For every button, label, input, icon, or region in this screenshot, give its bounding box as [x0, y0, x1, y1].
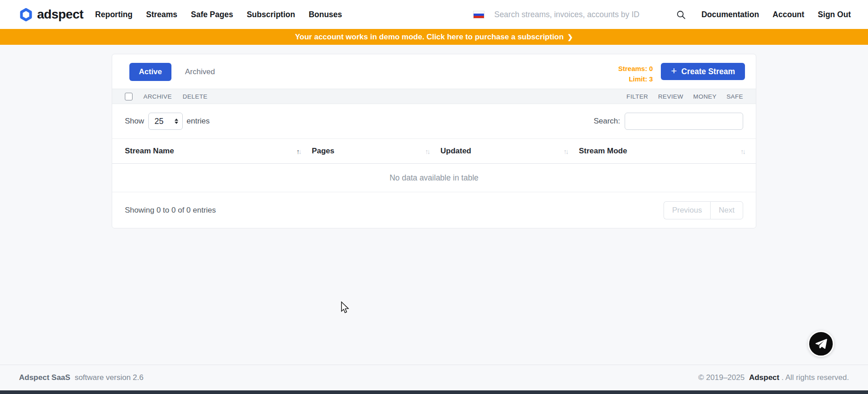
table-search-input[interactable] — [625, 113, 743, 130]
nav-reporting[interactable]: Reporting — [95, 10, 133, 19]
column-updated-label: Updated — [441, 147, 471, 156]
bottom-dark-bar — [0, 390, 868, 394]
quota-limit: Limit: 3 — [618, 74, 653, 85]
flag-stripe-red — [474, 16, 484, 18]
demo-banner-text: Your account works in demo mode. Click h… — [295, 33, 564, 42]
select-spinner-icon — [175, 119, 178, 124]
plus-icon: + — [671, 66, 677, 76]
column-pages-label: Pages — [312, 147, 334, 156]
main-nav: Reporting Streams Safe Pages Subscriptio… — [95, 10, 342, 19]
column-stream-mode-label: Stream Mode — [579, 147, 627, 156]
copyright-brand: Adspect — [749, 373, 779, 382]
footer-version: Adspect SaaS software version 2.6 — [19, 373, 143, 382]
demo-mode-banner[interactable]: Your account works in demo mode. Click h… — [0, 29, 868, 45]
create-stream-button[interactable]: + Create Stream — [661, 63, 745, 80]
pagination: Previous Next — [664, 201, 743, 219]
previous-page-button[interactable]: Previous — [664, 201, 710, 219]
nav-subscription[interactable]: Subscription — [247, 10, 295, 19]
table-controls-row: Show 25 entries Search: — [112, 104, 756, 138]
column-pages[interactable]: Pages ↑↓ — [312, 139, 441, 164]
footer-product-name: Adspect SaaS — [19, 373, 70, 382]
bulk-actions-left: ARCHIVE DELETE — [125, 93, 208, 100]
page: adspect Reporting Streams Safe Pages Sub… — [0, 0, 868, 394]
account-nav: Documentation Account Sign Out — [702, 10, 851, 19]
main-content: Active Archived Streams: 0 Limit: 3 + Cr… — [0, 45, 868, 365]
adspect-logo[interactable]: adspect — [19, 7, 83, 22]
nav-safe-pages[interactable]: Safe Pages — [191, 10, 233, 19]
search-button[interactable] — [676, 9, 686, 20]
sort-icon: ↑↓ — [740, 147, 746, 155]
streams-card: Active Archived Streams: 0 Limit: 3 + Cr… — [112, 54, 756, 228]
streams-table: Stream Name ↑↓ Pages ↑↓ — [112, 138, 756, 192]
chevron-right-icon: ❯ — [567, 33, 573, 41]
entries-info: Showing 0 to 0 of 0 entries — [125, 206, 216, 215]
global-search-input[interactable] — [494, 10, 655, 19]
toggle-safe[interactable]: SAFE — [726, 93, 743, 100]
footer-version-text: software version 2.6 — [75, 373, 143, 382]
nav-streams[interactable]: Streams — [146, 10, 177, 19]
select-all-checkbox[interactable] — [125, 93, 133, 100]
streams-card-header: Active Archived Streams: 0 Limit: 3 + Cr… — [112, 54, 756, 89]
empty-row: No data available in table — [112, 164, 756, 192]
length-entries-label: entries — [187, 117, 210, 126]
nav-bonuses[interactable]: Bonuses — [308, 10, 342, 19]
tab-active[interactable]: Active — [129, 63, 171, 81]
sort-icon: ↑↓ — [296, 147, 302, 155]
empty-table-message: No data available in table — [112, 164, 756, 192]
create-stream-label: Create Stream — [681, 67, 735, 76]
quota-streams-count: Streams: 0 — [618, 64, 653, 74]
language-flag-russian[interactable] — [473, 11, 484, 19]
footer-copyright: © 2019–2025 Adspect . All rights reserve… — [698, 373, 849, 382]
logo-wordmark: adspect — [37, 7, 83, 22]
length-show-label: Show — [125, 117, 144, 126]
sort-icon: ↑↓ — [564, 147, 569, 155]
table-footer: Showing 0 to 0 of 0 entries Previous Nex… — [112, 192, 756, 228]
column-updated[interactable]: Updated ↑↓ — [441, 139, 579, 164]
copyright-years: © 2019–2025 — [698, 373, 745, 382]
search-icon — [676, 9, 686, 20]
top-navigation-bar: adspect Reporting Streams Safe Pages Sub… — [0, 0, 868, 29]
nav-documentation[interactable]: Documentation — [702, 10, 759, 19]
toggle-review[interactable]: REVIEW — [658, 93, 683, 100]
sort-icon: ↑↓ — [425, 147, 431, 155]
page-length-select[interactable]: 25 — [148, 113, 183, 130]
telegram-chat-button[interactable] — [808, 331, 834, 357]
page-footer: Adspect SaaS software version 2.6 © 2019… — [0, 365, 868, 390]
streams-table-body: No data available in table — [112, 164, 756, 192]
streams-table-head: Stream Name ↑↓ Pages ↑↓ — [112, 139, 756, 164]
table-search-label: Search: — [593, 117, 620, 126]
column-toggles: FILTER REVIEW MONEY SAFE — [626, 93, 743, 100]
column-stream-name[interactable]: Stream Name ↑↓ — [112, 139, 312, 164]
delete-action[interactable]: DELETE — [183, 93, 208, 100]
next-page-button[interactable]: Next — [710, 201, 743, 219]
column-stream-mode[interactable]: Stream Mode ↑↓ — [579, 139, 756, 164]
bulk-actions-toolbar: ARCHIVE DELETE FILTER REVIEW MONEY SAFE — [112, 89, 756, 104]
hexagon-logo-icon — [19, 8, 33, 22]
page-length-value: 25 — [155, 117, 175, 126]
toggle-filter[interactable]: FILTER — [626, 93, 648, 100]
telegram-icon — [814, 337, 828, 351]
copyright-suffix: . All rights reserved. — [782, 373, 849, 382]
nav-sign-out[interactable]: Sign Out — [818, 10, 851, 19]
column-stream-name-label: Stream Name — [125, 147, 174, 156]
nav-account[interactable]: Account — [773, 10, 804, 19]
stream-quota: Streams: 0 Limit: 3 — [618, 63, 653, 84]
mouse-cursor — [340, 301, 349, 316]
toggle-money[interactable]: MONEY — [693, 93, 717, 100]
archive-action[interactable]: ARCHIVE — [143, 93, 172, 100]
tab-archived[interactable]: Archived — [184, 63, 216, 81]
